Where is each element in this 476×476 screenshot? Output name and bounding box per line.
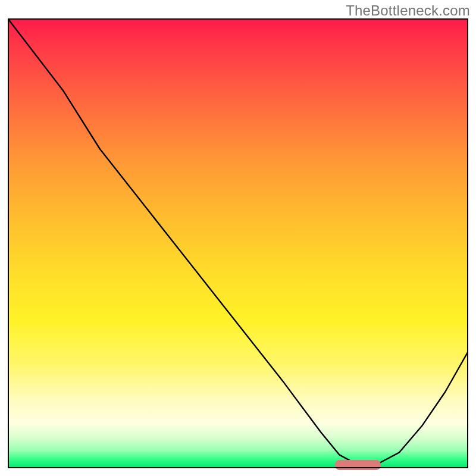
bottleneck-curve bbox=[8, 18, 468, 468]
curve-path bbox=[8, 18, 468, 465]
chart-plot-area bbox=[8, 18, 468, 468]
watermark-text: TheBottleneck.com bbox=[346, 2, 470, 19]
optimal-range-marker bbox=[335, 460, 381, 470]
